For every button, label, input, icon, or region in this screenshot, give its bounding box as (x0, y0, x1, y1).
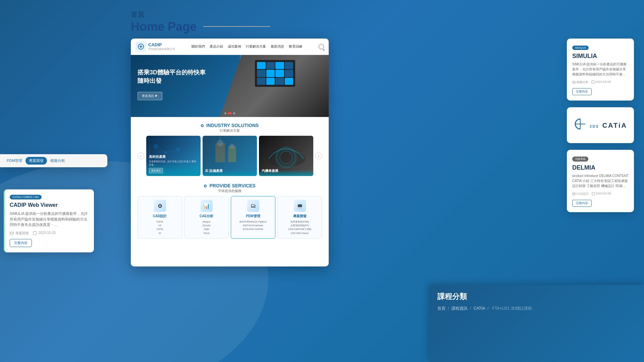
industry-carousel: ‹ (138, 136, 322, 176)
title-divider (203, 26, 270, 27)
hero-text-block: 搭乘3D體驗平台的特快車 隨時出發 更多資訊 ▶ (138, 68, 206, 100)
dot-3[interactable] (233, 112, 235, 114)
services-section-title: PROVIDE SERVICES 宇祥提供的服務 (138, 183, 322, 193)
services-title-en: PROVIDE SERVICES (210, 183, 256, 188)
simulia-date: 2023-03-08 (591, 80, 611, 84)
delmia-date: 2023-03-06 (592, 192, 611, 196)
simulia-title: SIMULIA (572, 53, 629, 60)
dot-1[interactable] (224, 112, 226, 114)
nav-products[interactable]: 產品介紹 (210, 44, 223, 49)
industry-card-auto-title: 汽機車產業 (262, 169, 311, 173)
tablet-cell-2 (266, 62, 275, 69)
page-title-en: Home Page (131, 20, 197, 34)
service-dev-icon: 💻 (294, 200, 306, 212)
industry-card-ie-title: IE 設備產業 (205, 169, 254, 173)
nav-about[interactable]: 關於我們 (192, 44, 205, 49)
catia-logo-name: 3DS CATiA (590, 121, 627, 130)
service-card-cae[interactable]: 📊 CAE分析 AbaqusDymolaIsightTosca (184, 196, 229, 239)
services-cards-container: ⚙ CAD設計 CATIAVSCATIAW 📊 CAE分析 AbaqusDymo… (138, 196, 322, 239)
course-panel: 課程分類 首頁 / 課程資訊 / CATIA / FTA+LO1 3D標註課程 (429, 285, 644, 362)
breadcrumb-home[interactable]: 首頁 (437, 306, 445, 311)
delmia-title: DELMIA (572, 164, 629, 171)
nav-news[interactable]: 最新消息 (271, 44, 284, 49)
breadcrumb-sep-2: / (470, 306, 472, 311)
industry-card-hightech-title: 高科技產業 (149, 155, 198, 159)
service-card-pdm[interactable]: 🗂 PDM管理 3DEXPERIENCE PlatformENOVIA Smar… (231, 196, 275, 239)
carousel-prev-btn[interactable]: ‹ (138, 153, 144, 159)
article-tag-catia: CATIA / CREO / NX (10, 195, 42, 199)
article-category: 專案開發 (10, 231, 29, 236)
service-cad-items: CATIAVSCATIAW (140, 220, 180, 235)
svg-point-4 (176, 147, 180, 151)
browser-navbar: CADIP 宇祥資訊股份有限公司 關於我們 產品介紹 成功案例 行業解決方案 最… (131, 39, 329, 55)
delmia-card: 消弧系統 DELMIA product introduce DELMIA CON… (567, 150, 634, 212)
simulia-description: SIMULIA 提供統一分析產品的可擴展套件，允許所有用戶協作並無縫分享模擬資料… (572, 62, 629, 77)
tablet-cell-4 (285, 62, 293, 69)
left-panel-tabs: PDM管理 專案開發 模擬分析 (0, 154, 107, 167)
service-cad-title: CAD設計 (140, 214, 180, 219)
tablet-cell-11 (275, 78, 284, 85)
services-title-zh: 宇祥提供的服務 (138, 189, 322, 193)
catia-ds-symbol (574, 117, 587, 133)
service-pdm-items: 3DEXPERIENCE PlatformENOVIA SmarteamEXAL… (233, 220, 273, 231)
left-panel: PDM管理 專案開發 模擬分析 (0, 154, 107, 167)
industry-solutions-section: INDUSTRY SOLUTIONS 行業解決方案 ‹ (131, 117, 329, 179)
simulia-category: 模擬分析 (572, 80, 589, 84)
nav-education[interactable]: 教育訓練 (289, 44, 302, 49)
svg-point-12 (267, 151, 305, 167)
right-panel: ABAQUS SIMULIA SIMULIA 提供統一分析產品的可擴展套件，允許… (567, 39, 634, 212)
tab-projects[interactable]: 專案開發 (25, 157, 47, 165)
service-cad-icon: ⚙ (154, 200, 166, 212)
article-read-more-btn[interactable]: 完整內容 (10, 239, 32, 247)
svg-rect-29 (592, 192, 595, 195)
industry-card-hightech-desc: 先進製程的先進...設計先進入設計先進入 製程先進... (149, 160, 198, 167)
svg-rect-17 (33, 232, 37, 235)
hero-banner: 搭乘3D體驗平台的特快車 隨時出發 更多資訊 ▶ (131, 55, 329, 117)
breadcrumb-catia[interactable]: CATIA (474, 306, 485, 311)
nav-solutions[interactable]: 行業解決方案 (246, 44, 266, 49)
tab-pdm[interactable]: PDM管理 (3, 157, 25, 165)
dot-2[interactable] (228, 112, 232, 114)
catia-logo: 3DS CATiA (574, 117, 627, 133)
cadip-logo-text: CADIP 宇祥資訊股份有限公司 (148, 42, 175, 51)
service-pdm-icon: 🗂 (247, 200, 259, 212)
service-card-cad[interactable]: ⚙ CAD設計 CATIAVSCATIAW (138, 196, 182, 239)
industry-card-hightech-btn[interactable]: 更多資訊 (149, 168, 163, 173)
nav-links: 關於我們 產品介紹 成功案例 行業解決方案 最新消息 教育訓練 (192, 44, 302, 49)
article-description: SIMULIA 提供統一分析產品的可擴展套件，允許所有用戶協作並無縫分享模擬資料… (10, 211, 89, 228)
catia-logo-card: 3DS CATiA (567, 107, 634, 143)
services-badge-icon (204, 185, 207, 187)
breadcrumb-sep-1: / (448, 306, 450, 311)
hero-title-line1: 搭乘3D體驗平台的特快車 (138, 68, 206, 77)
tablet-cell-3 (275, 62, 284, 69)
service-card-dev[interactable]: 💻 專案開發 使用者需求(PDM)企業流程系統(PP)CAD/CAM/CAE三坐… (277, 196, 322, 239)
delmia-description: product introduce DELMIA CONTENT CATIA 介… (572, 173, 629, 188)
simulia-card: ABAQUS SIMULIA SIMULIA 提供統一分析產品的可擴展套件，允許… (567, 39, 634, 101)
svg-rect-22 (592, 81, 594, 83)
industry-card-ie[interactable]: IE 設備產業 (203, 136, 257, 176)
breadcrumb-courses[interactable]: 課程資訊 (451, 306, 468, 311)
page-title-zh: 首頁 (131, 10, 270, 19)
tablet-cell-5 (257, 70, 266, 77)
course-breadcrumb: 首頁 / 課程資訊 / CATIA / FTA+LO1 3D標註課程 (437, 306, 636, 311)
svg-point-9 (217, 140, 223, 146)
industry-card-auto[interactable]: 汽機車產業 (259, 136, 313, 176)
industry-card-hightech[interactable]: 高科技產業 先進製程的先進...設計先進入設計先進入 製程先進... 更多資訊 (146, 136, 201, 176)
nav-cases[interactable]: 成功案例 (228, 44, 241, 49)
search-icon[interactable] (319, 44, 324, 49)
svg-point-10 (229, 144, 234, 149)
simulia-read-more-btn[interactable]: 完整內容 (572, 88, 592, 95)
browser-mockup: CADIP 宇祥資訊股份有限公司 關於我們 產品介紹 成功案例 行業解決方案 最… (131, 39, 329, 266)
service-cae-items: AbaqusDymolaIsightTosca (186, 220, 226, 235)
hero-more-btn[interactable]: 更多資訊 ▶ (138, 92, 162, 100)
tablet-cell-10 (266, 78, 275, 85)
tablet-cell-12 (285, 78, 293, 85)
tab-simulation[interactable]: 模擬分析 (47, 157, 68, 165)
carousel-next-btn[interactable]: › (315, 153, 322, 159)
cadip-logo: CADIP 宇祥資訊股份有限公司 (136, 41, 175, 52)
delmia-read-more-btn[interactable]: 完整內容 (572, 200, 592, 207)
article-meta: 專案開發 2023-10-20 (10, 231, 89, 236)
industry-title-zh: 行業解決方案 (138, 128, 322, 133)
delmia-meta: CAD設計 2023-03-06 (572, 192, 629, 196)
industry-card-auto-overlay: 汽機車產業 (259, 166, 313, 176)
